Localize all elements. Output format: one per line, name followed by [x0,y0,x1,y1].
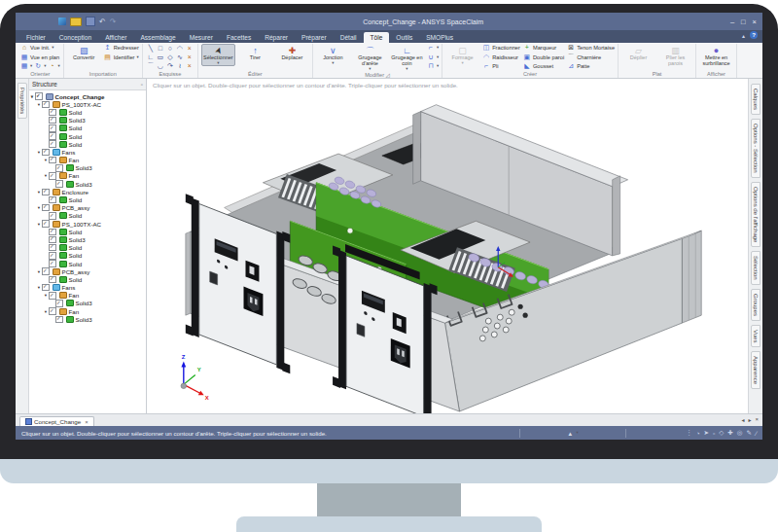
tree-item-solid[interactable]: Solid [29,140,146,148]
document-tab[interactable]: Concept_Change × [19,416,94,426]
panel-tab-propri-t-s[interactable]: Propriétés [18,83,27,119]
marqueur-button[interactable]: +Marqueur [523,44,564,52]
checkbox[interactable] [55,316,63,324]
status-overflow-icon[interactable]: ⋮ [686,429,692,437]
select-cursor-icon[interactable]: ➤ [704,429,709,437]
checkbox[interactable] [49,307,56,315]
sketch-line-icon[interactable]: ╲ [146,45,156,53]
panel-tab-options-s-lection[interactable]: Options - Sélection [751,119,760,178]
tree-item-fan[interactable]: ▾Fan [29,157,146,164]
pli-button[interactable]: ⌐Pli [482,62,520,70]
sketch-bend-icon[interactable]: ↷ [165,62,175,71]
tree-item-pcb-assy[interactable]: ▾PCB_assy [29,267,146,275]
checkbox[interactable] [35,92,43,100]
tree-item-ps-100tx-ac[interactable]: ▾PS_100TX-AC [29,220,146,228]
tree-item-fan[interactable]: ▾Fan [29,307,146,315]
fractionner-button[interactable]: ◫Fractionner [482,44,520,52]
checkbox[interactable] [42,267,50,275]
close-button[interactable]: × [753,18,757,26]
status-warning-widget[interactable]: ▲ ▾ [526,430,619,437]
checkbox[interactable] [49,124,56,132]
checkbox[interactable] [55,300,63,307]
right-wall[interactable] [682,231,701,323]
tab-fichier[interactable]: Fichier [19,32,53,43]
sketch-rectangle-icon[interactable]: □ [156,45,165,53]
tree-item-solid3[interactable]: Solid3 [29,117,146,124]
tree-item-solid[interactable]: Solid [29,212,146,220]
formage-button[interactable]: ▢Formage▾ [445,44,479,66]
style-affichage-icon[interactable]: ▦ [20,62,28,70]
plier-les-parois-button[interactable]: ▥Plier les parois [658,44,692,68]
checkbox[interactable] [49,229,56,236]
modifier-conge-icon[interactable]: ∪ [427,53,435,61]
identifier-button[interactable]: ▤Identifier▾ [104,53,139,60]
grugeage-arete-button[interactable]: ⌒Grugeage d'arête▾ [353,44,387,72]
pan-icon[interactable]: ✚ [727,429,732,437]
checkbox[interactable] [49,252,56,260]
help-icon[interactable]: ? [750,31,758,39]
checkbox[interactable] [55,164,63,172]
tree-item-solid3[interactable]: Solid3 [29,235,146,243]
checkbox[interactable] [49,260,56,267]
sketch-corner-icon[interactable]: × [185,62,194,71]
collapse-ribbon-icon[interactable]: ▴ [742,32,745,39]
sketch-tangent-arc-icon[interactable]: ⌒ [146,62,156,71]
checkbox[interactable] [49,132,56,140]
checkbox[interactable] [49,109,56,117]
tree-item-concept-change[interactable]: ▾Concept_Change [29,92,146,100]
3d-scene[interactable]: Z X Y [147,79,748,413]
minimize-button[interactable]: – [730,18,734,26]
jonction-button[interactable]: ∨Jonction▾ [316,44,350,66]
tree-item-solid[interactable]: Solid [29,244,146,252]
convertir-button[interactable]: ▧Convertir [67,44,101,62]
tab-t-le[interactable]: Tôle [364,32,390,43]
charniere-button[interactable]: ⌒Charnière [567,53,615,60]
tree-item-solid[interactable]: Solid [29,124,146,132]
sketch-circle-icon[interactable]: ○ [165,45,175,53]
checkbox[interactable] [42,204,50,212]
zoom-icon[interactable]: ◎ [737,429,743,437]
panel-options-icon[interactable]: ▫ [141,82,143,88]
tree-item-fans[interactable]: ▾Fans [29,148,146,156]
sketch-ellipse-icon[interactable]: ◇ [165,53,175,62]
checkbox[interactable] [42,101,50,109]
checkbox[interactable] [49,117,56,124]
tab-conception[interactable]: Conception [53,32,98,43]
panel-tab-vues[interactable]: Vues [751,325,760,347]
tab-r-parer[interactable]: Réparer [258,32,295,43]
tab-outils[interactable]: Outils [389,32,419,43]
tree-item-solid[interactable]: Solid [29,260,146,267]
tree-item-solid3[interactable]: Solid3 [29,164,146,172]
tree-item-solid[interactable]: Solid [29,228,146,235]
deplacer-button[interactable]: ✚Déplacer [275,44,309,62]
patte-button[interactable]: ⊿Patte [567,62,615,70]
sketch-arc-icon[interactable]: ◠ [175,45,185,53]
tree-item-pcb-assy[interactable]: ▾PCB_assy [29,204,146,212]
redo-icon[interactable]: ↷ [110,18,117,26]
grugeage-coin-button[interactable]: ∟Grugeage en coin▾ [390,44,424,72]
sketch-spline-icon[interactable]: ∿ [175,53,185,62]
sketch-trim-icon[interactable]: × [185,45,194,53]
checkbox[interactable] [49,236,56,244]
tab-close[interactable]: × [755,416,759,423]
tab-scroll-right[interactable]: ▸ [748,416,751,423]
tab-facettes[interactable]: Facettes [220,32,258,43]
sketch-sweep-arc-icon[interactable]: ◡ [156,62,165,71]
tab-smoplus[interactable]: SMOPlus [419,32,460,43]
checkbox[interactable] [49,212,56,220]
document-close-icon[interactable]: × [85,419,88,425]
maximize-button[interactable]: □ [741,18,746,26]
checkbox[interactable] [49,140,56,148]
tree-item-solid[interactable]: Solid [29,252,146,260]
mettre-en-surbrillance-button[interactable]: ●Mettre en surbrillance [699,44,733,68]
sketch-polyline-icon[interactable]: ∟ [146,53,156,62]
tree-item-solid[interactable]: Solid [29,275,146,283]
tirer-button[interactable]: ↑Tirer [238,44,272,62]
sketch-split-icon[interactable]: × [185,53,194,62]
box-select-icon[interactable]: ▫ [713,430,715,437]
checkbox[interactable] [42,189,50,196]
model-viewport[interactable]: Cliquer sur un objet. Double-cliquer pou… [147,79,748,413]
checkbox[interactable] [49,172,56,180]
tenon-mortaise-button[interactable]: ⊠Tenon Mortaise [567,44,615,52]
sketch-curve-icon[interactable]: ≀ [175,62,185,71]
